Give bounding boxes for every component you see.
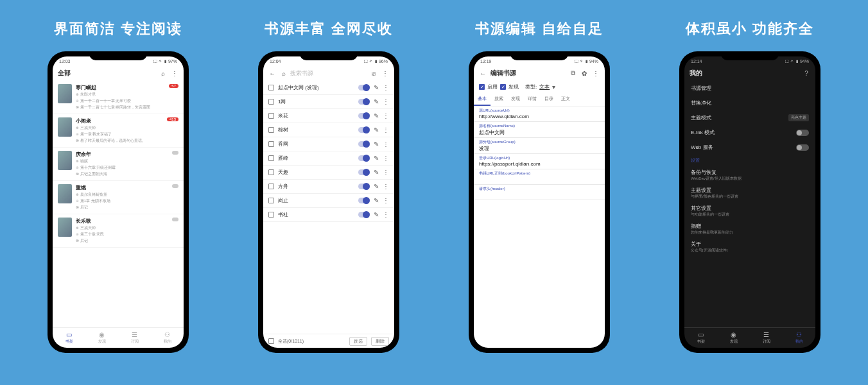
enable-toggle[interactable] xyxy=(358,184,370,189)
copy-icon[interactable]: ⧉ xyxy=(569,69,577,77)
row-web[interactable]: Web 服务 xyxy=(684,140,815,155)
enable-toggle[interactable] xyxy=(358,99,370,105)
book-item[interactable]: 重燃 ⊕ 奥尔良烤鲟鱼堡 ⊙ 第1章 光阴不散场 ⊗ 后记 xyxy=(53,181,184,214)
nav-发现[interactable]: ◉发现 xyxy=(717,328,750,348)
web-toggle[interactable] xyxy=(796,144,809,151)
delete-button[interactable]: 删除 xyxy=(371,337,389,346)
help-icon[interactable]: ? xyxy=(803,69,810,77)
edit-icon[interactable]: ✎ xyxy=(374,169,379,176)
settings-item[interactable]: 备份与恢复WebDav设置/导入旧版本数据 xyxy=(684,166,815,184)
more-icon[interactable]: ⋮ xyxy=(171,69,178,77)
more-icon[interactable]: ⋮ xyxy=(383,211,389,218)
nav-我的[interactable]: ⚇我的 xyxy=(151,328,184,348)
edit-icon[interactable]: ✎ xyxy=(374,84,379,91)
tab-all[interactable]: 全部 xyxy=(58,69,155,78)
enable-toggle[interactable] xyxy=(358,113,370,119)
search-input[interactable]: ⌕ 搜索书源 xyxy=(280,69,366,78)
edit-icon[interactable]: ✎ xyxy=(374,112,379,119)
source-row[interactable]: 起点中文网 (发现) ✎ ⋮ xyxy=(263,81,394,95)
search-icon[interactable]: ⌕ xyxy=(159,69,167,77)
nav-发现[interactable]: ◉发现 xyxy=(85,328,118,348)
source-row[interactable]: 香网 ✎ ⋮ xyxy=(263,137,394,151)
form-field[interactable]: 请求头(header) xyxy=(474,185,605,200)
more-icon[interactable]: ⋮ xyxy=(383,112,389,119)
form-field[interactable]: 登录URL(loginUrl) https://passport.qidian.… xyxy=(474,154,605,169)
row-theme-mode[interactable]: 主题模式 亮色主题 xyxy=(684,110,815,125)
nav-书架[interactable]: ▭书架 xyxy=(684,328,717,348)
source-row[interactable]: 雁峰 ✎ ⋮ xyxy=(263,151,394,166)
settings-item[interactable]: 捐赠您的支持是我更新的动力 xyxy=(684,220,815,238)
type-select[interactable]: 文本 xyxy=(539,83,550,90)
source-row[interactable]: 岗止 ✎ ⋮ xyxy=(263,194,394,208)
book-item[interactable]: 庆余年 ⊕ 猫腻 ⊙ 第十六章 升级还倒霉 ⊗ 后记之面朝大海 xyxy=(53,148,184,181)
form-field[interactable]: 源URL(sourceUrl) http://www.qidian.com xyxy=(474,107,605,122)
row-source-manage[interactable]: 书源管理 xyxy=(684,81,815,96)
nav-订阅[interactable]: ☰订阅 xyxy=(118,328,151,348)
enable-toggle[interactable] xyxy=(358,155,370,161)
field-value[interactable] xyxy=(479,176,600,183)
enable-checkbox[interactable]: ✓ xyxy=(479,84,485,90)
more-icon[interactable]: ⋮ xyxy=(381,69,389,77)
source-row[interactable]: 1网 ✎ ⋮ xyxy=(263,95,394,109)
checkbox[interactable] xyxy=(268,127,274,133)
nav-我的[interactable]: ⚇我的 xyxy=(783,328,815,348)
source-row[interactable]: 天趣 ✎ ⋮ xyxy=(263,166,394,180)
book-item[interactable]: 小阁老 ⊕ 三戒大师 ⊙ 第一章 我来享福了 ⊗ 看了昨天最后的评论，说两句心里… xyxy=(53,114,184,148)
field-value[interactable] xyxy=(479,192,600,198)
tab-搜索[interactable]: 搜索 xyxy=(490,93,507,106)
tab-详情[interactable]: 详情 xyxy=(524,93,541,106)
more-icon[interactable]: ⋮ xyxy=(383,197,389,204)
form-field[interactable]: 源分组(sourceGroup) 发现 xyxy=(474,138,605,154)
edit-icon[interactable]: ✎ xyxy=(374,197,379,204)
checkbox[interactable] xyxy=(268,113,274,119)
settings-item[interactable]: 主题设置与界面/颜色相关的一些设置 xyxy=(684,184,815,202)
enable-toggle[interactable] xyxy=(358,141,370,147)
more-icon[interactable]: ⋮ xyxy=(383,84,389,91)
checkbox[interactable] xyxy=(268,212,274,218)
row-eink[interactable]: E-Ink 模式 xyxy=(684,125,815,140)
edit-icon[interactable]: ✎ xyxy=(374,126,379,133)
select-all-checkbox[interactable] xyxy=(268,338,274,344)
settings-item[interactable]: 其它设置与功能相关的一些设置 xyxy=(684,202,815,220)
checkbox[interactable] xyxy=(268,85,274,90)
more-icon[interactable]: ⋮ xyxy=(383,98,389,105)
scan-icon[interactable]: ⎚ xyxy=(370,69,378,77)
nav-订阅[interactable]: ☰订阅 xyxy=(750,328,783,348)
eink-toggle[interactable] xyxy=(796,130,809,136)
more-icon[interactable]: ⋮ xyxy=(383,183,389,190)
book-list[interactable]: 寒门崛起 ⊕ 朱郎才尽 ⊙ 第一千二百一十一章 无辜可爱 ⊗ 第一千二百七十七章… xyxy=(53,81,184,327)
checkbox[interactable] xyxy=(268,184,274,189)
settings-item[interactable]: 关于公众号[开源阅读软件] xyxy=(684,238,815,256)
edit-icon[interactable]: ✎ xyxy=(374,155,379,162)
enable-toggle[interactable] xyxy=(358,127,370,133)
edit-icon[interactable]: ✎ xyxy=(374,183,379,190)
back-icon[interactable]: ← xyxy=(268,69,276,77)
more-icon[interactable]: ⋮ xyxy=(383,126,389,133)
tab-目录[interactable]: 目录 xyxy=(541,93,557,106)
edit-icon[interactable]: ✎ xyxy=(374,211,379,218)
enable-toggle[interactable] xyxy=(358,169,370,175)
discover-checkbox[interactable]: ✓ xyxy=(500,84,506,90)
more-icon[interactable]: ⋮ xyxy=(383,155,389,162)
form-field[interactable]: 书籍URL正则(bookUrlPattern) xyxy=(474,169,605,185)
more-icon[interactable]: ⋮ xyxy=(592,69,600,77)
enable-toggle[interactable] xyxy=(358,212,370,218)
checkbox[interactable] xyxy=(268,155,274,161)
source-list[interactable]: 起点中文网 (发现) ✎ ⋮ 1网 ✎ ⋮ 米花 ✎ ⋮ 棉树 ✎ ⋮ 香网 ✎… xyxy=(263,81,394,334)
back-icon[interactable]: ← xyxy=(479,69,487,77)
row-replace[interactable]: 替换净化 xyxy=(684,96,815,110)
invert-button[interactable]: 反选 xyxy=(349,337,367,346)
field-value[interactable]: 发现 xyxy=(479,145,600,152)
source-row[interactable]: 棉树 ✎ ⋮ xyxy=(263,123,394,137)
checkbox[interactable] xyxy=(268,99,274,105)
tab-正文[interactable]: 正文 xyxy=(557,93,574,106)
more-icon[interactable]: ⋮ xyxy=(383,141,389,148)
book-item[interactable]: 长乐歌 ⊕ 三戒大师 ⊙ 第三十章 灾民 ⊗ 后记 xyxy=(53,214,184,248)
tab-发现[interactable]: 发现 xyxy=(507,93,524,106)
nav-书架[interactable]: ▭书架 xyxy=(53,328,85,348)
enable-toggle[interactable] xyxy=(358,198,370,203)
book-item[interactable]: 寒门崛起 ⊕ 朱郎才尽 ⊙ 第一千二百一十一章 无辜可爱 ⊗ 第一千二百七十七章… xyxy=(53,81,184,114)
field-value[interactable]: 起点中文网 xyxy=(479,129,600,136)
source-row[interactable]: 方舟 ✎ ⋮ xyxy=(263,180,394,194)
checkbox[interactable] xyxy=(268,169,274,175)
